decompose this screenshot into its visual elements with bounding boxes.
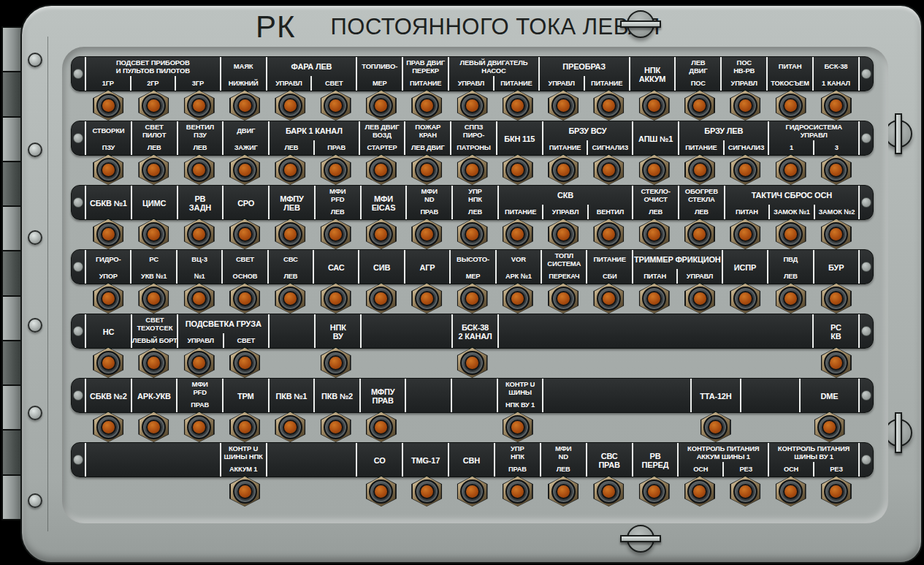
breaker-button[interactable]: [776, 477, 806, 507]
breaker-button[interactable]: [229, 155, 260, 185]
breaker-button[interactable]: [593, 284, 624, 314]
breaker-button[interactable]: [684, 284, 715, 314]
breaker-button[interactable]: [229, 477, 260, 507]
breaker-button[interactable]: [700, 412, 731, 442]
breaker-button[interactable]: [639, 477, 670, 507]
breaker-button[interactable]: [503, 477, 533, 507]
breaker-button[interactable]: [821, 91, 852, 121]
breaker-button[interactable]: [457, 155, 488, 185]
breaker-button[interactable]: [93, 284, 123, 314]
breaker-button[interactable]: [457, 219, 488, 249]
breaker-button[interactable]: [138, 219, 169, 249]
breaker-button[interactable]: [93, 412, 123, 442]
breaker-button[interactable]: [814, 412, 845, 442]
camloc-latch-icon[interactable]: [627, 10, 654, 38]
breaker-button[interactable]: [138, 348, 169, 378]
breaker-button[interactable]: [366, 477, 397, 507]
breaker-button[interactable]: [503, 91, 533, 121]
breaker-button[interactable]: [275, 155, 305, 185]
breaker-button[interactable]: [229, 412, 260, 442]
breaker-button[interactable]: [275, 219, 305, 249]
breaker-button[interactable]: [184, 284, 215, 314]
breaker-button[interactable]: [366, 155, 397, 185]
breaker-button[interactable]: [184, 412, 215, 442]
breaker-button[interactable]: [321, 219, 351, 249]
breaker-button[interactable]: [275, 284, 305, 314]
breaker-button[interactable]: [821, 219, 852, 249]
breaker-button[interactable]: [184, 219, 215, 249]
breaker-button[interactable]: [730, 284, 760, 314]
breaker-button[interactable]: [593, 219, 624, 249]
breaker-button[interactable]: [457, 477, 488, 507]
breaker-button[interactable]: [321, 348, 351, 378]
camloc-latch-icon[interactable]: [885, 120, 912, 148]
breaker-button[interactable]: [93, 219, 123, 249]
breaker-button[interactable]: [821, 284, 852, 314]
breaker-button[interactable]: [93, 348, 123, 378]
breaker-button[interactable]: [321, 91, 351, 121]
breaker-button[interactable]: [776, 91, 806, 121]
breaker-button[interactable]: [184, 155, 215, 185]
breaker-button[interactable]: [503, 219, 533, 249]
breaker-button[interactable]: [684, 219, 715, 249]
breaker-button[interactable]: [457, 284, 488, 314]
breaker-button[interactable]: [275, 91, 305, 121]
breaker-button[interactable]: [411, 155, 442, 185]
breaker-button[interactable]: [730, 91, 760, 121]
breaker-button[interactable]: [684, 477, 715, 507]
breaker-button[interactable]: [411, 477, 442, 507]
breaker-button[interactable]: [821, 155, 852, 185]
breaker-button[interactable]: [639, 284, 670, 314]
camloc-latch-icon[interactable]: [885, 419, 912, 447]
breaker-button[interactable]: [730, 477, 760, 507]
breaker-button[interactable]: [93, 155, 123, 185]
breaker-button[interactable]: [821, 348, 852, 378]
breaker-button[interactable]: [366, 412, 397, 442]
breaker-button[interactable]: [776, 155, 806, 185]
breaker-button[interactable]: [548, 477, 579, 507]
breaker-button[interactable]: [639, 219, 670, 249]
breaker-button[interactable]: [366, 219, 397, 249]
breaker-button[interactable]: [229, 284, 260, 314]
breaker-button[interactable]: [593, 91, 624, 121]
breaker-button[interactable]: [548, 91, 579, 121]
breaker-button[interactable]: [366, 91, 397, 121]
breaker-button[interactable]: [275, 412, 305, 442]
breaker-button[interactable]: [503, 412, 533, 442]
breaker-button[interactable]: [639, 91, 670, 121]
breaker-button[interactable]: [730, 219, 760, 249]
breaker-button[interactable]: [184, 91, 215, 121]
breaker-button[interactable]: [457, 91, 488, 121]
breaker-button[interactable]: [321, 412, 351, 442]
breaker-button[interactable]: [684, 155, 715, 185]
breaker-button[interactable]: [593, 155, 624, 185]
breaker-button[interactable]: [138, 412, 169, 442]
breaker-button[interactable]: [821, 477, 852, 507]
breaker-button[interactable]: [93, 91, 123, 121]
breaker-button[interactable]: [593, 477, 624, 507]
breaker-button[interactable]: [229, 219, 260, 249]
breaker-button[interactable]: [639, 155, 670, 185]
breaker-button[interactable]: [229, 348, 260, 378]
breaker-button[interactable]: [184, 348, 215, 378]
breaker-button[interactable]: [730, 155, 760, 185]
breaker-button[interactable]: [138, 284, 169, 314]
breaker-button[interactable]: [548, 219, 579, 249]
breaker-button[interactable]: [321, 155, 351, 185]
breaker-button[interactable]: [548, 284, 579, 314]
breaker-button[interactable]: [366, 284, 397, 314]
breaker-button[interactable]: [229, 91, 260, 121]
breaker-button[interactable]: [776, 284, 806, 314]
breaker-button[interactable]: [411, 91, 442, 121]
breaker-button[interactable]: [548, 155, 579, 185]
camloc-latch-icon[interactable]: [627, 525, 654, 553]
breaker-button[interactable]: [138, 91, 169, 121]
breaker-button[interactable]: [321, 284, 351, 314]
breaker-button[interactable]: [411, 219, 442, 249]
breaker-button[interactable]: [503, 284, 533, 314]
breaker-button[interactable]: [457, 348, 488, 378]
breaker-button[interactable]: [138, 155, 169, 185]
breaker-button[interactable]: [411, 284, 442, 314]
breaker-button[interactable]: [503, 155, 533, 185]
breaker-button[interactable]: [776, 219, 806, 249]
